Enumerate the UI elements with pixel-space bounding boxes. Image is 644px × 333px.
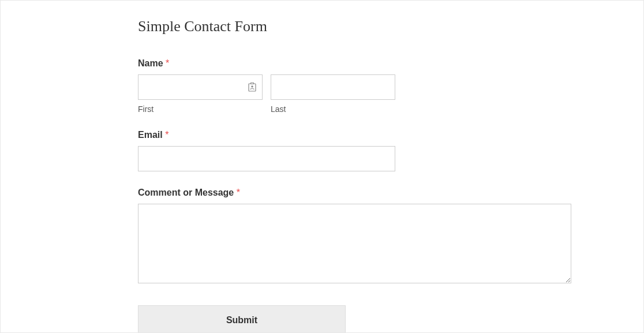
- last-name-sublabel: Last: [271, 104, 395, 114]
- name-label: Name *: [138, 58, 643, 69]
- comment-textarea[interactable]: [138, 204, 571, 283]
- form-container: Simple Contact Form Name *: [1, 1, 643, 333]
- email-group: Email *: [138, 130, 643, 171]
- email-label: Email *: [138, 130, 643, 140]
- first-name-col: First: [138, 74, 263, 114]
- comment-group: Comment or Message *: [138, 188, 643, 286]
- form-title: Simple Contact Form: [138, 18, 643, 35]
- name-group: Name * First: [138, 58, 643, 114]
- name-label-text: Name: [138, 58, 163, 68]
- svg-point-2: [251, 85, 253, 87]
- email-required-marker: *: [165, 130, 169, 140]
- comment-required-marker: *: [237, 188, 240, 197]
- last-name-col: Last: [271, 74, 395, 114]
- name-row: First Last: [138, 74, 643, 114]
- first-name-sublabel: First: [138, 104, 263, 114]
- email-input[interactable]: [138, 146, 395, 171]
- comment-label: Comment or Message *: [138, 188, 643, 198]
- contact-card-icon: [248, 82, 257, 92]
- first-name-input[interactable]: [138, 74, 263, 100]
- comment-label-text: Comment or Message: [138, 188, 234, 197]
- name-required-marker: *: [166, 58, 169, 68]
- submit-button[interactable]: Submit: [138, 305, 346, 333]
- email-label-text: Email: [138, 130, 163, 140]
- last-name-wrapper: [271, 74, 395, 100]
- last-name-input[interactable]: [271, 74, 395, 100]
- svg-rect-1: [251, 83, 254, 84]
- first-name-wrapper: [138, 74, 263, 100]
